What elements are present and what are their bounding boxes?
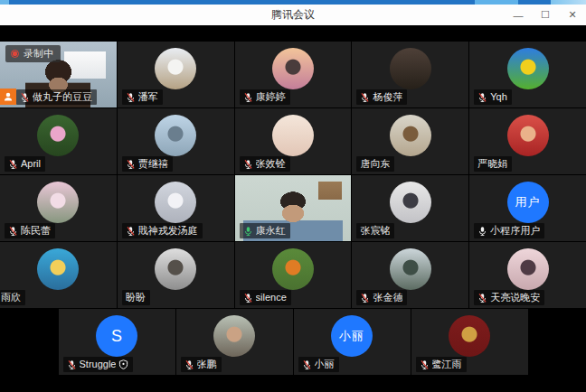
participant-name: silence bbox=[256, 292, 287, 303]
participant-name: 贾继禧 bbox=[138, 158, 168, 170]
mic-muted-icon bbox=[126, 226, 136, 237]
participant-tile[interactable]: 小丽小丽 bbox=[294, 309, 411, 375]
avatar bbox=[449, 315, 490, 357]
avatar bbox=[155, 182, 196, 223]
mic-muted-icon bbox=[126, 92, 136, 103]
participant-name: 戝神戎发汤庭 bbox=[138, 225, 198, 237]
avatar bbox=[390, 182, 431, 223]
participant-tile[interactable]: 雨欣 bbox=[0, 242, 117, 308]
mic-muted-icon bbox=[243, 293, 253, 303]
participant-tile[interactable]: 杨俊萍 bbox=[352, 42, 468, 107]
participant-label: 康婷婷 bbox=[240, 89, 290, 105]
close-button[interactable]: ✕ bbox=[559, 5, 586, 25]
participant-tile[interactable]: SStruggle bbox=[59, 309, 175, 375]
maximize-button[interactable]: ☐ bbox=[532, 5, 559, 25]
mic-muted-icon bbox=[184, 359, 194, 370]
participant-tile[interactable]: 张金德 bbox=[352, 242, 468, 308]
participant-label: 张金德 bbox=[356, 290, 407, 305]
participant-tile[interactable]: 张鹏 bbox=[176, 309, 293, 375]
participant-tile[interactable]: 张宸铭 bbox=[352, 175, 468, 241]
participant-name: 张效铨 bbox=[256, 158, 286, 170]
mic-muted-icon bbox=[126, 159, 136, 170]
avatar bbox=[390, 48, 431, 89]
avatar: 小丽 bbox=[331, 315, 373, 357]
avatar bbox=[155, 115, 196, 156]
avatar: 用户 bbox=[507, 182, 549, 223]
participant-label: Yqh bbox=[474, 89, 512, 105]
meeting-grid: 录制中做丸子的豆豆潘军康婷婷杨俊萍YqhApril贾继禧张效铨唐向东严晓娟陈民蕾… bbox=[0, 42, 586, 308]
participant-label: 贾继禧 bbox=[122, 156, 173, 172]
participant-label: 小丽 bbox=[298, 357, 339, 372]
mic-muted-icon bbox=[243, 92, 253, 103]
recording-dot-icon bbox=[11, 50, 19, 58]
avatar bbox=[155, 48, 196, 89]
participant-label: 张鹏 bbox=[181, 357, 222, 372]
participant-name: 雨欣 bbox=[1, 292, 21, 303]
participant-label: 唐向东 bbox=[356, 156, 394, 172]
recording-label: 录制中 bbox=[24, 47, 53, 61]
avatar bbox=[390, 115, 431, 156]
participant-name: 张鹏 bbox=[197, 359, 217, 370]
participant-tile[interactable]: 潘军 bbox=[118, 42, 234, 107]
participant-label: 潘军 bbox=[122, 89, 163, 105]
participant-name: April bbox=[21, 158, 41, 170]
participant-label: Struggle bbox=[63, 357, 134, 372]
participant-name: 康永红 bbox=[256, 225, 286, 237]
mic-muted-icon bbox=[420, 359, 430, 370]
participant-name: 严晓娟 bbox=[477, 158, 507, 170]
participant-name: 陈民蕾 bbox=[21, 225, 51, 237]
titlebar[interactable]: 腾讯会议 — ☐ ✕ bbox=[0, 5, 586, 25]
participant-label: 张效铨 bbox=[240, 156, 290, 172]
participant-tile[interactable]: 贾继禧 bbox=[118, 108, 234, 174]
participant-name: 小程序用户 bbox=[490, 225, 540, 237]
participant-tile[interactable]: 唐向东 bbox=[352, 108, 468, 174]
mic-muted-icon bbox=[243, 159, 253, 170]
avatar bbox=[37, 115, 79, 156]
participant-name: Yqh bbox=[490, 91, 507, 103]
participant-tile[interactable]: 戝神戎发汤庭 bbox=[118, 175, 234, 241]
meeting-content: 录制中做丸子的豆豆潘军康婷婷杨俊萍YqhApril贾继禧张效铨唐向东严晓娟陈民蕾… bbox=[0, 25, 586, 392]
participant-tile[interactable]: 用户小程序用户 bbox=[469, 175, 586, 241]
participant-tile[interactable]: 天亮说晚安 bbox=[469, 242, 586, 308]
avatar bbox=[272, 248, 314, 290]
participant-tile[interactable]: 严晓娟 bbox=[469, 108, 586, 174]
participant-label: 戝神戎发汤庭 bbox=[122, 223, 203, 238]
participant-name: 小丽 bbox=[315, 359, 335, 370]
participant-name: 张金德 bbox=[373, 292, 402, 303]
recording-badge: 录制中 bbox=[5, 45, 61, 62]
avatar bbox=[213, 315, 255, 357]
participant-label: 雨欣 bbox=[0, 290, 25, 305]
participant-tile[interactable]: 陈民蕾 bbox=[0, 175, 117, 241]
minimize-button[interactable]: — bbox=[505, 5, 532, 25]
mic-on-icon bbox=[477, 226, 487, 237]
shield-badge-icon bbox=[118, 359, 128, 369]
participant-label: 杨俊萍 bbox=[356, 89, 407, 105]
participant-tile[interactable]: 鹭江雨 bbox=[411, 309, 528, 375]
participant-name: 杨俊萍 bbox=[373, 91, 402, 103]
avatar bbox=[272, 48, 314, 89]
window-title: 腾讯会议 bbox=[271, 7, 315, 23]
participant-tile[interactable]: 康婷婷 bbox=[235, 42, 352, 107]
participant-label: 天亮说晚安 bbox=[474, 290, 544, 305]
participant-label: 严晓娟 bbox=[474, 156, 512, 172]
participant-tile[interactable]: silence bbox=[235, 242, 352, 308]
participant-tile[interactable]: Yqh bbox=[469, 42, 586, 107]
participant-tile[interactable]: 盼盼 bbox=[118, 242, 234, 308]
participant-name: 张宸铭 bbox=[360, 225, 390, 237]
participant-name: 潘军 bbox=[138, 91, 158, 103]
avatar bbox=[37, 182, 79, 223]
mic-muted-icon bbox=[360, 92, 370, 103]
participant-name: 天亮说晚安 bbox=[490, 292, 540, 303]
avatar bbox=[155, 248, 196, 290]
mic-active-icon bbox=[243, 226, 253, 237]
mic-muted-icon bbox=[477, 92, 487, 103]
participant-tile[interactable]: 张效铨 bbox=[235, 108, 352, 174]
avatar bbox=[272, 115, 314, 156]
participant-tile[interactable]: April bbox=[0, 108, 117, 174]
mic-muted-icon bbox=[360, 293, 370, 303]
participant-name: 鹭江雨 bbox=[432, 359, 462, 370]
participant-tile[interactable]: 录制中做丸子的豆豆 bbox=[0, 42, 117, 107]
participant-tile[interactable]: 康永红 bbox=[235, 175, 352, 241]
participant-name: 康婷婷 bbox=[256, 91, 286, 103]
mic-muted-icon bbox=[67, 359, 77, 370]
